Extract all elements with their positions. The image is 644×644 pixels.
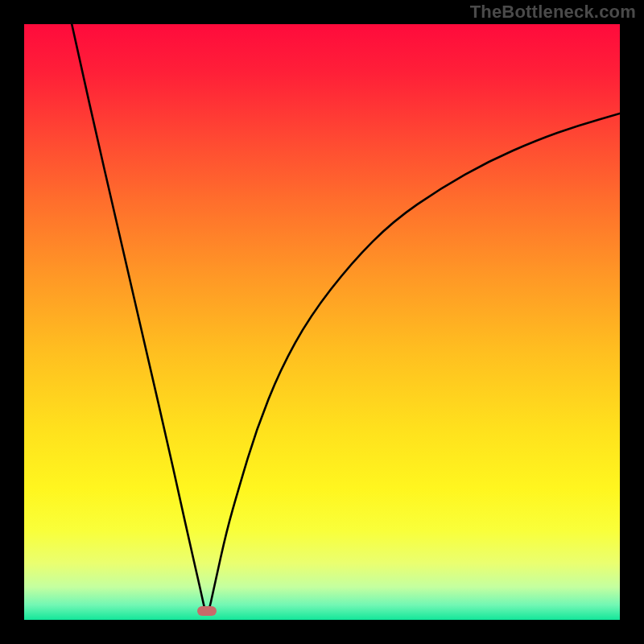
bottleneck-curve — [24, 24, 620, 620]
chart-frame: TheBottleneck.com — [0, 0, 644, 644]
plot-area — [24, 24, 620, 620]
watermark-text: TheBottleneck.com — [470, 2, 636, 23]
dip-marker — [197, 606, 217, 616]
